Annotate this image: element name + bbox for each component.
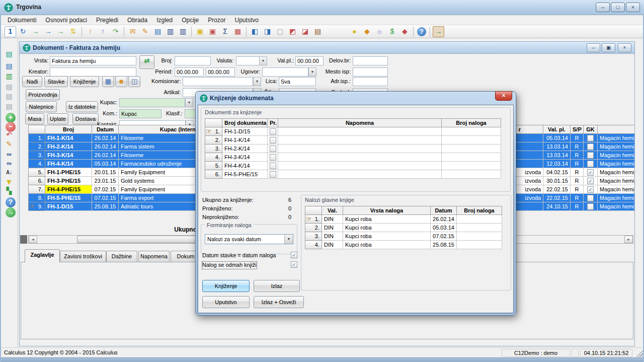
help-icon[interactable]: ? bbox=[417, 27, 426, 36]
nalog-odmah-checkbox[interactable]: ✓ bbox=[291, 261, 297, 268]
valuta-dropdown-icon[interactable]: ▼ bbox=[259, 56, 267, 65]
komisionar-dropdown-icon[interactable]: ▼ bbox=[253, 77, 261, 86]
app-titlebar[interactable]: Trgovina – □ × bbox=[0, 0, 644, 15]
period-to-input[interactable] bbox=[206, 67, 235, 77]
row-number[interactable]: 6. bbox=[29, 177, 45, 185]
kom-input[interactable] bbox=[119, 109, 162, 118]
close-button[interactable]: × bbox=[626, 3, 640, 12]
nalog-row[interactable]: 2. DIN Kupci roba 05.03.14 bbox=[305, 224, 502, 232]
exit-icon[interactable]: → bbox=[433, 26, 444, 37]
mark-red-icon[interactable]: ◆ bbox=[399, 26, 411, 37]
send-green-icon[interactable]: → bbox=[55, 26, 66, 37]
layout-button[interactable]: ◫ bbox=[128, 76, 140, 87]
col-broj[interactable]: Broj bbox=[45, 125, 92, 134]
menu-obrada[interactable]: Obrada bbox=[123, 16, 152, 25]
add-icon[interactable]: + bbox=[6, 113, 16, 123]
print-cancel-icon[interactable]: ▤ bbox=[4, 102, 14, 112]
iz-datoteke-button[interactable]: Iz datoteke bbox=[66, 101, 98, 112]
new-document-icon[interactable]: 1 bbox=[5, 26, 16, 37]
row-number[interactable]: 1. bbox=[29, 134, 45, 142]
save-book-icon[interactable]: ▥ bbox=[165, 26, 176, 37]
dialog-uputstvo-button[interactable]: Uputstvo bbox=[202, 296, 250, 308]
dialog-close-button[interactable]: × bbox=[495, 91, 512, 101]
ugovor-dropdown-icon[interactable]: ▼ bbox=[308, 67, 316, 77]
row-number[interactable]: 5. bbox=[29, 168, 45, 177]
row-number[interactable]: 8. bbox=[29, 194, 45, 202]
col-val[interactable]: Val. bbox=[322, 206, 343, 215]
find-next-icon[interactable]: ∞ bbox=[4, 159, 14, 169]
pr-checkbox[interactable] bbox=[270, 171, 276, 178]
row-number[interactable]: 7. bbox=[29, 185, 45, 194]
vrsta-input[interactable] bbox=[50, 56, 136, 65]
notebook-icon[interactable]: ▤ bbox=[312, 26, 324, 37]
kreator-input[interactable] bbox=[50, 67, 136, 77]
scroll-left-icon[interactable]: ◄ bbox=[29, 236, 37, 243]
dialog-izlaz-osvezi-button[interactable]: Izlaz + Osveži bbox=[254, 296, 304, 308]
datum-stavke-checkbox[interactable]: ✓ bbox=[291, 252, 297, 258]
col-datum[interactable]: Datum bbox=[92, 125, 119, 134]
row-number[interactable]: 4. bbox=[29, 160, 45, 168]
pr-checkbox[interactable] bbox=[270, 137, 276, 143]
stavke-button[interactable]: Stavke bbox=[44, 76, 68, 87]
edit-document-icon[interactable]: ✎ bbox=[139, 26, 151, 37]
window-filter-icon[interactable]: ◩ bbox=[287, 26, 298, 37]
tab-zavisni-troskovi[interactable]: Zavisni troškovi bbox=[60, 251, 106, 262]
komisionar-input[interactable] bbox=[183, 77, 253, 86]
gk-checkbox[interactable] bbox=[587, 195, 594, 201]
child-minimize-button[interactable]: – bbox=[587, 43, 600, 52]
menu-opcije[interactable]: Opcije bbox=[177, 16, 203, 25]
dialog-document-row[interactable]: 3. FH-2-K/14 bbox=[205, 144, 501, 153]
dialog-izlaz-button[interactable]: Izlaz bbox=[254, 280, 300, 292]
help-icon[interactable]: ? bbox=[6, 197, 16, 207]
valuta-input[interactable] bbox=[236, 56, 260, 65]
adrisp-input[interactable] bbox=[353, 77, 388, 86]
menu-izgled[interactable]: Izgled bbox=[152, 16, 177, 25]
import-file-icon[interactable]: ↑ bbox=[85, 26, 96, 37]
dialog-knjizenje-button[interactable]: Knjiženje bbox=[202, 280, 250, 292]
forward-green-icon[interactable]: → bbox=[30, 26, 41, 37]
row-number[interactable]: 2. bbox=[305, 224, 322, 232]
row-number[interactable]: 2. bbox=[205, 136, 222, 144]
ugovor-input[interactable] bbox=[262, 67, 308, 77]
gk-checkbox[interactable] bbox=[587, 135, 594, 141]
tag-icon[interactable]: ◆ bbox=[361, 26, 373, 37]
broj-input[interactable] bbox=[175, 56, 211, 65]
pr-checkbox[interactable] bbox=[270, 163, 276, 169]
knjizenje-button[interactable]: Knjiženje bbox=[70, 76, 99, 87]
print-icon[interactable]: ▤ bbox=[4, 82, 14, 92]
import-file-blue-icon[interactable]: ↑ bbox=[97, 26, 109, 37]
col-vrsta-naloga[interactable]: Vrsta naloga bbox=[343, 206, 431, 215]
menu-prozor[interactable]: Prozor bbox=[203, 16, 230, 25]
sort-az-icon[interactable]: A↓ bbox=[4, 168, 14, 178]
menu-dokumenti[interactable]: Dokumenti bbox=[3, 16, 41, 25]
col-valpl[interactable]: Val. pl. bbox=[543, 125, 571, 134]
menu-uputstvo[interactable]: Uputstvo bbox=[230, 16, 263, 25]
menu-osnovni-podaci[interactable]: Osnovni podaci bbox=[41, 16, 92, 25]
fit-icon[interactable]: ▚ bbox=[4, 186, 14, 196]
kupac-input[interactable] bbox=[119, 98, 185, 107]
settings-gear-icon[interactable]: ☼ bbox=[374, 26, 385, 37]
dialog-document-row[interactable]: 5. FH-4-K/14 bbox=[205, 162, 501, 170]
gk-checkbox[interactable]: ✓ bbox=[587, 178, 594, 184]
copy-icon[interactable]: ▣ bbox=[194, 26, 206, 37]
refresh-icon[interactable]: ↻ bbox=[17, 26, 29, 37]
col-broj-naloga[interactable]: Broj naloga bbox=[457, 206, 502, 215]
tab-zaglavlje[interactable]: Zaglavlje bbox=[25, 249, 60, 262]
col-gk[interactable]: GK bbox=[584, 125, 598, 134]
sum-icon[interactable]: Σ bbox=[219, 26, 231, 37]
gk-checkbox[interactable] bbox=[587, 152, 594, 159]
gk-checkbox[interactable]: ✓ bbox=[587, 186, 594, 193]
print-direct-icon[interactable]: ▤ bbox=[4, 92, 14, 102]
row-number[interactable]: 4. bbox=[305, 241, 322, 249]
delovbr-input[interactable] bbox=[353, 56, 388, 65]
find-icon[interactable]: ∞ bbox=[4, 150, 14, 160]
dialog-document-row[interactable]: 2. FH-1-K/14 bbox=[205, 136, 501, 144]
calculator-icon[interactable]: ▦ bbox=[232, 26, 244, 37]
row-number[interactable]: ☞9. bbox=[29, 202, 45, 211]
child-close-button[interactable]: × bbox=[618, 43, 631, 52]
resize-grip[interactable] bbox=[636, 350, 643, 357]
col-broj-naloga[interactable]: Broj naloga bbox=[442, 119, 501, 127]
maximize-button[interactable]: □ bbox=[611, 3, 625, 12]
row-number[interactable]: 2. bbox=[29, 142, 45, 151]
copy-stack-icon[interactable]: ▢ bbox=[274, 26, 286, 37]
